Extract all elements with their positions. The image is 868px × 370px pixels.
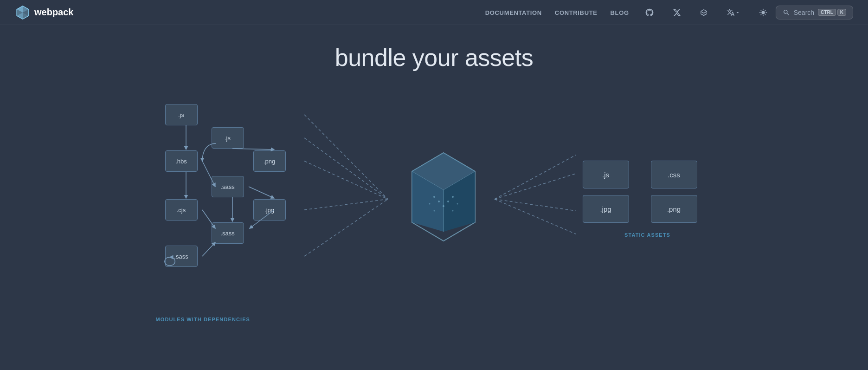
svg-line-20 bbox=[304, 199, 388, 256]
svg-line-15 bbox=[202, 242, 215, 256]
output-box-png: .png bbox=[651, 195, 697, 223]
right-dashes bbox=[490, 99, 583, 299]
left-dashes bbox=[304, 99, 397, 299]
stack-icon bbox=[700, 8, 708, 17]
module-box-js1: .js bbox=[165, 104, 198, 125]
svg-point-28 bbox=[433, 196, 435, 198]
connector-left bbox=[304, 99, 397, 299]
svg-point-34 bbox=[457, 203, 458, 205]
logo-link[interactable]: webpack bbox=[15, 5, 73, 20]
webpack-cube bbox=[397, 146, 490, 253]
module-box-cjs: .cjs bbox=[165, 199, 198, 221]
svg-line-19 bbox=[304, 199, 388, 210]
github-icon bbox=[645, 8, 654, 17]
output-grid: .js .css .jpg .png bbox=[583, 161, 713, 223]
svg-point-30 bbox=[443, 205, 444, 207]
svg-point-35 bbox=[433, 210, 435, 212]
svg-line-18 bbox=[304, 161, 388, 199]
chevron-down-icon bbox=[735, 10, 740, 15]
nav-documentation[interactable]: DOCUMENTATION bbox=[485, 9, 542, 16]
stack-icon-button[interactable] bbox=[697, 6, 711, 19]
connector-right bbox=[490, 99, 583, 299]
modules-label: MODULES WITH DEPENDENCIES bbox=[156, 317, 251, 322]
sun-icon bbox=[759, 8, 767, 17]
logo-text: webpack bbox=[34, 7, 73, 18]
diagram: .js .js .hbs .png .sass .cjs .jpg .sass … bbox=[156, 99, 713, 299]
github-icon-button[interactable] bbox=[642, 6, 657, 19]
hero-title: bundle your assets bbox=[335, 44, 534, 71]
output-box-css: .css bbox=[651, 161, 697, 188]
svg-line-17 bbox=[304, 138, 388, 199]
search-label: Search bbox=[794, 9, 814, 16]
svg-line-11 bbox=[249, 187, 274, 198]
main-content: bundle your assets .js .js .hbs .png .sa… bbox=[0, 25, 868, 299]
svg-line-40 bbox=[495, 199, 576, 234]
output-section: .js .css .jpg .png STATIC ASSETS bbox=[583, 99, 713, 299]
module-box-sass3: .sass bbox=[165, 246, 198, 267]
search-button[interactable]: Search CTRL K bbox=[776, 6, 853, 19]
navbar: webpack DOCUMENTATION CONTRIBUTE BLOG bbox=[0, 0, 868, 25]
logo-icon bbox=[15, 5, 31, 20]
nav-blog[interactable]: BLOG bbox=[611, 9, 629, 16]
cube-section bbox=[397, 99, 490, 299]
module-box-js2: .js bbox=[212, 127, 244, 149]
theme-toggle-button[interactable] bbox=[756, 6, 770, 19]
nav-contribute[interactable]: CONTRIBUTE bbox=[555, 9, 598, 16]
kbd-ctrl: CTRL bbox=[818, 9, 836, 16]
svg-point-36 bbox=[452, 210, 453, 212]
svg-line-16 bbox=[304, 115, 388, 199]
svg-point-33 bbox=[429, 203, 430, 205]
translate-icon-button[interactable] bbox=[724, 6, 743, 19]
module-box-png1: .png bbox=[253, 150, 286, 172]
module-box-sass2: .sass bbox=[212, 222, 244, 244]
search-icon bbox=[783, 9, 790, 16]
svg-line-8 bbox=[232, 149, 274, 149]
translate-icon bbox=[727, 8, 735, 17]
svg-point-31 bbox=[447, 201, 449, 202]
twitter-icon bbox=[673, 8, 681, 17]
module-box-jpg: .jpg bbox=[253, 199, 286, 221]
svg-point-29 bbox=[438, 201, 440, 202]
svg-line-39 bbox=[495, 199, 576, 211]
output-label: STATIC ASSETS bbox=[583, 232, 713, 238]
module-box-hbs: .hbs bbox=[165, 150, 198, 172]
keyboard-shortcut: CTRL K bbox=[818, 9, 846, 16]
twitter-icon-button[interactable] bbox=[670, 6, 684, 19]
kbd-k: K bbox=[837, 9, 846, 16]
svg-point-32 bbox=[452, 196, 454, 198]
output-box-js: .js bbox=[583, 161, 629, 188]
output-box-jpg: .jpg bbox=[583, 195, 629, 223]
nav-links: DOCUMENTATION CONTRIBUTE BLOG bbox=[485, 6, 770, 19]
module-box-sass1: .sass bbox=[212, 176, 244, 197]
modules-section: .js .js .hbs .png .sass .cjs .jpg .sass … bbox=[156, 99, 304, 299]
